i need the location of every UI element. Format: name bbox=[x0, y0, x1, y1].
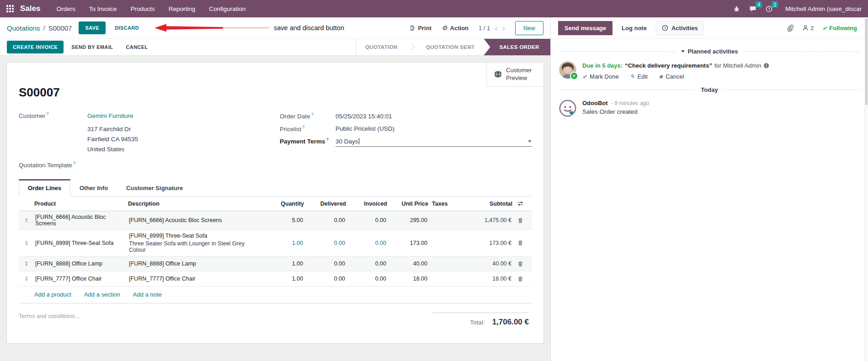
save-button[interactable]: SAVE bbox=[79, 21, 106, 34]
send-by-email-button[interactable]: SEND BY EMAIL bbox=[66, 41, 118, 53]
log-note-button[interactable]: Log note bbox=[615, 21, 653, 35]
discard-button[interactable]: DISCARD bbox=[110, 21, 144, 34]
cell-unit-price[interactable]: 295.00 bbox=[387, 214, 428, 226]
cell-product[interactable]: [FURN_8999] Three-Seat Sofa bbox=[34, 237, 128, 249]
col-taxes[interactable]: Taxes bbox=[428, 201, 454, 207]
order-line-row[interactable]: [FURN_8999] Three-Seat Sofa [FURN_8999] … bbox=[19, 230, 532, 256]
stage-quotation-sent[interactable]: QUOTATION SENT bbox=[417, 39, 484, 55]
payment-terms-input[interactable]: 30 Days bbox=[335, 138, 532, 147]
activity-user-avatar[interactable] bbox=[559, 61, 576, 79]
cancel-button[interactable]: CANCEL bbox=[121, 41, 153, 53]
drag-handle-icon[interactable] bbox=[19, 238, 34, 248]
cell-product[interactable]: [FURN_6666] Acoustic Bloc Screens bbox=[34, 211, 128, 229]
cell-taxes[interactable] bbox=[428, 276, 454, 281]
apps-grid-icon[interactable] bbox=[6, 5, 14, 12]
cell-quantity[interactable]: 5.00 bbox=[263, 214, 304, 226]
create-invoice-button[interactable]: CREATE INVOICE bbox=[7, 41, 64, 53]
tab-customer-signature[interactable]: Customer Signature bbox=[117, 179, 192, 196]
tab-other-info[interactable]: Other Info bbox=[70, 179, 117, 196]
add-a-product-link[interactable]: Add a product bbox=[34, 291, 71, 298]
stage-quotation[interactable]: QUOTATION bbox=[356, 39, 407, 55]
user-menu[interactable]: Mitchell Admin (save_discar bbox=[782, 3, 862, 15]
breadcrumb-quotations[interactable]: Quotations bbox=[7, 24, 40, 32]
col-invoiced[interactable]: Invoiced bbox=[346, 201, 387, 207]
menu-products[interactable]: Products bbox=[125, 1, 161, 16]
order-line-row[interactable]: [FURN_7777] Office Chair [FURN_7777] Off… bbox=[19, 271, 532, 287]
cell-unit-price[interactable]: 18.00 bbox=[387, 273, 428, 285]
activities-button[interactable]: Activities bbox=[656, 21, 704, 35]
cell-description[interactable]: [FURN_7777] Office Chair bbox=[128, 273, 263, 285]
cell-description[interactable]: [FURN_8888] Office Lamp bbox=[128, 258, 263, 270]
col-product[interactable]: Product bbox=[34, 201, 128, 207]
cell-unit-price[interactable]: 40.00 bbox=[387, 258, 428, 270]
delete-row-icon[interactable] bbox=[512, 273, 528, 285]
cell-taxes[interactable] bbox=[428, 218, 454, 223]
cell-delivered[interactable]: 0.00 bbox=[304, 237, 346, 249]
col-quantity[interactable]: Quantity bbox=[263, 201, 304, 207]
cell-invoiced[interactable]: 0.00 bbox=[346, 237, 387, 249]
col-description[interactable]: Description bbox=[128, 201, 263, 207]
help-question-icon[interactable] bbox=[47, 111, 49, 116]
new-button[interactable]: New bbox=[515, 21, 543, 35]
scrollbar[interactable] bbox=[864, 17, 868, 361]
cell-invoiced[interactable]: 0.00 bbox=[346, 214, 387, 226]
send-message-button[interactable]: Send message bbox=[558, 21, 612, 35]
cell-invoiced[interactable]: 0.00 bbox=[346, 258, 387, 270]
debug-bug-icon[interactable] bbox=[733, 5, 740, 12]
add-a-section-link[interactable]: Add a section bbox=[84, 291, 120, 298]
document-title[interactable]: S00007 bbox=[19, 85, 532, 100]
optional-columns-icon[interactable] bbox=[512, 201, 528, 207]
delete-row-icon[interactable] bbox=[512, 215, 528, 226]
pricelist-value[interactable]: Public Pricelist (USD) bbox=[335, 125, 394, 132]
cell-quantity[interactable]: 1.00 bbox=[263, 258, 304, 270]
menu-to-invoice[interactable]: To Invoice bbox=[83, 1, 123, 16]
messages-icon[interactable]: 4 bbox=[749, 5, 756, 12]
odoobot-avatar[interactable] bbox=[559, 100, 576, 117]
cell-description[interactable]: [FURN_6666] Acoustic Bloc Screens bbox=[128, 214, 263, 226]
drag-handle-icon[interactable] bbox=[19, 259, 34, 269]
add-a-note-link[interactable]: Add a note bbox=[133, 291, 162, 298]
help-question-icon[interactable] bbox=[302, 125, 304, 129]
col-unit-price[interactable]: Unit Price bbox=[387, 201, 428, 207]
cell-delivered[interactable]: 0.00 bbox=[304, 258, 346, 270]
order-line-row[interactable]: [FURN_6666] Acoustic Bloc Screens [FURN_… bbox=[19, 211, 532, 230]
drag-handle-icon[interactable] bbox=[19, 215, 34, 225]
order-line-row[interactable]: [FURN_8888] Office Lamp [FURN_8888] Offi… bbox=[19, 256, 532, 271]
edit-activity-button[interactable]: Edit bbox=[630, 73, 648, 80]
following-button[interactable]: Following bbox=[822, 25, 857, 32]
message-author[interactable]: OdooBot bbox=[582, 100, 608, 106]
menu-reporting[interactable]: Reporting bbox=[163, 1, 202, 16]
cell-quantity[interactable]: 1.00 bbox=[263, 237, 304, 249]
cell-taxes[interactable] bbox=[428, 261, 454, 266]
pager-next-icon[interactable] bbox=[502, 24, 505, 32]
planned-activities-toggle[interactable]: Planned activities bbox=[681, 48, 738, 55]
app-name[interactable]: Sales bbox=[20, 4, 40, 13]
tab-order-lines[interactable]: Order Lines bbox=[19, 179, 70, 196]
cell-quantity[interactable]: 1.00 bbox=[263, 273, 304, 285]
activities-clock-icon[interactable]: 2 bbox=[766, 5, 772, 12]
drag-handle-icon[interactable] bbox=[19, 274, 34, 284]
mark-done-button[interactable]: Mark Done bbox=[582, 73, 619, 80]
help-question-icon[interactable] bbox=[73, 161, 75, 165]
cancel-activity-button[interactable]: Cancel bbox=[659, 73, 684, 80]
pager-previous-icon[interactable] bbox=[495, 24, 497, 32]
action-button[interactable]: Action bbox=[442, 24, 469, 32]
cell-delivered[interactable]: 0.00 bbox=[304, 273, 346, 285]
order-date-value[interactable]: 05/25/2023 15:40:01 bbox=[335, 113, 392, 120]
cell-taxes[interactable] bbox=[428, 240, 454, 246]
col-subtotal[interactable]: Subtotal bbox=[454, 201, 512, 207]
print-button[interactable]: Print bbox=[409, 25, 431, 32]
help-question-icon[interactable] bbox=[326, 137, 329, 142]
menu-configuration[interactable]: Configuration bbox=[203, 1, 251, 16]
followers-button[interactable]: 2 bbox=[802, 25, 814, 32]
delete-row-icon[interactable] bbox=[512, 237, 528, 249]
col-delivered[interactable]: Delivered bbox=[304, 201, 346, 207]
cell-unit-price[interactable]: 173.00 bbox=[387, 237, 428, 249]
customer-preview-button[interactable]: Customer Preview bbox=[486, 63, 543, 87]
customer-value[interactable]: Gemini Furniture bbox=[87, 112, 133, 119]
cell-delivered[interactable]: 0.00 bbox=[304, 214, 346, 226]
help-question-icon[interactable] bbox=[311, 112, 314, 117]
terms-and-conditions-input[interactable]: Terms and conditions... bbox=[19, 313, 80, 327]
cell-product[interactable]: [FURN_8888] Office Lamp bbox=[34, 258, 128, 270]
cell-description[interactable]: [FURN_8999] Three-Seat SofaThree Seater … bbox=[128, 230, 263, 256]
